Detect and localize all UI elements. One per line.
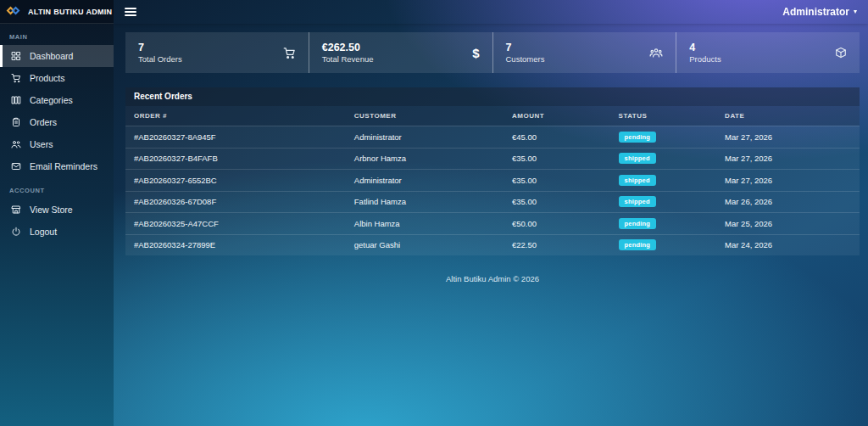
stat-value: 7 (138, 42, 182, 55)
order-customer: Arbnor Hamza (346, 154, 504, 163)
table-row: #AB20260327-6552BC Administrator €35.00 … (125, 169, 860, 191)
user-menu-label: Administrator (782, 6, 849, 18)
caret-down-icon: ▾ (854, 8, 857, 15)
order-amount: €35.00 (504, 176, 610, 185)
store-icon (11, 205, 21, 215)
stat-value: €262.50 (322, 42, 374, 55)
stat-label: Total Orders (138, 54, 182, 64)
sidebar-item-users[interactable]: Users (0, 133, 114, 155)
stat-value: 7 (506, 42, 545, 55)
order-amount: €50.00 (504, 219, 610, 228)
order-customer: getuar Gashi (346, 240, 504, 249)
order-amount: €35.00 (504, 197, 610, 206)
order-date: Mar 27, 2026 (716, 154, 860, 163)
sidebar-item-orders[interactable]: Orders (0, 111, 114, 133)
table-row: #AB20260324-27899E getuar Gashi €22.50 p… (125, 234, 860, 256)
categories-icon (11, 95, 21, 105)
order-amount: €35.00 (504, 154, 610, 163)
clipboard-icon (11, 117, 21, 127)
stat-value: 4 (689, 42, 721, 55)
sidebar-item-dashboard[interactable]: Dashboard (0, 45, 114, 67)
sidebar-item-logout[interactable]: Logout (0, 221, 114, 243)
dashboard-icon (11, 51, 21, 61)
power-icon (11, 227, 21, 237)
order-id: #AB20260324-27899E (125, 240, 346, 249)
recent-orders-panel: Recent Orders ORDER # CUSTOMER AMOUNT ST… (125, 87, 860, 255)
sidebar-item-label: Orders (30, 117, 57, 127)
sidebar-item-label: Email Reminders (30, 161, 97, 171)
sidebar-item-products[interactable]: Products (0, 67, 114, 89)
stats-row: 7 Total Orders €262.50 Total Revenue $ 7… (125, 32, 860, 73)
column-header-status: STATUS (610, 112, 717, 120)
table-row: #AB20260325-A47CCF Albin Hamza €50.00 pe… (125, 212, 860, 234)
status-badge: shipped (619, 175, 656, 186)
status-badge: shipped (619, 196, 656, 207)
sidebar-section-account: ACCOUNT (0, 177, 114, 199)
menu-toggle-button[interactable] (125, 8, 136, 16)
footer-copyright: Altin Butiku Admin © 2026 (125, 274, 860, 283)
order-id: #AB20260326-67D08F (125, 197, 346, 206)
user-menu[interactable]: Administrator ▾ (782, 6, 857, 18)
main-content: 7 Total Orders €262.50 Total Revenue $ 7… (114, 24, 868, 283)
sidebar-item-label: Dashboard (30, 51, 73, 61)
topbar: Administrator ▾ (114, 0, 868, 24)
brand[interactable]: ALTIN BUTIKU ADMIN (0, 0, 114, 24)
stat-card-customers: 7 Customers (492, 32, 676, 73)
table-row: #AB20260327-8A945F Administrator €45.00 … (125, 126, 860, 148)
sidebar-item-view-store[interactable]: View Store (0, 199, 114, 221)
column-header-order: ORDER # (125, 112, 346, 120)
users-icon (11, 139, 21, 149)
stat-card-products: 4 Products (676, 32, 860, 73)
order-amount: €45.00 (504, 132, 610, 142)
order-customer: Albin Hamza (346, 219, 504, 228)
order-date: Mar 25, 2026 (716, 219, 860, 228)
package-icon (835, 47, 847, 59)
sidebar-section-main: MAIN (0, 24, 114, 45)
status-badge: pending (619, 132, 657, 143)
brand-logo-icon (8, 6, 22, 17)
mail-icon (11, 161, 21, 171)
order-id: #AB20260327-B4FAFB (125, 154, 346, 163)
dollar-icon: $ (472, 46, 479, 60)
stat-label: Products (689, 54, 721, 64)
status-badge: pending (619, 218, 657, 229)
sidebar-item-label: Logout (30, 227, 57, 237)
stat-label: Total Revenue (322, 54, 374, 64)
sidebar-item-label: View Store (30, 205, 73, 215)
table-header-row: ORDER # CUSTOMER AMOUNT STATUS DATE (125, 106, 860, 126)
sidebar-item-categories[interactable]: Categories (0, 89, 114, 111)
table-row: #AB20260326-67D08F Fatlind Hamza €35.00 … (125, 191, 860, 213)
cart-icon (11, 73, 21, 83)
order-amount: €22.50 (504, 240, 610, 249)
order-id: #AB20260327-6552BC (125, 176, 346, 185)
column-header-amount: AMOUNT (504, 112, 610, 120)
stat-card-total-orders: 7 Total Orders (125, 32, 309, 73)
status-badge: pending (619, 239, 657, 250)
sidebar-item-label: Users (30, 139, 53, 149)
stat-label: Customers (506, 54, 545, 64)
panel-title: Recent Orders (125, 87, 860, 106)
column-header-customer: CUSTOMER (346, 112, 504, 120)
sidebar-item-label: Categories (30, 95, 73, 105)
table-row: #AB20260327-B4FAFB Arbnor Hamza €35.00 s… (125, 148, 860, 170)
order-date: Mar 27, 2026 (716, 132, 860, 142)
brand-title: ALTIN BUTIKU ADMIN (28, 8, 112, 16)
order-date: Mar 26, 2026 (716, 197, 860, 206)
order-customer: Administrator (346, 132, 504, 142)
order-customer: Administrator (346, 176, 504, 185)
order-date: Mar 24, 2026 (716, 240, 860, 249)
people-group-icon (649, 47, 663, 59)
column-header-date: DATE (716, 112, 860, 120)
sidebar: ALTIN BUTIKU ADMIN MAIN Dashboard Produc… (0, 0, 114, 426)
order-date: Mar 27, 2026 (716, 176, 860, 185)
sidebar-item-email-reminders[interactable]: Email Reminders (0, 155, 114, 177)
cart-icon (283, 47, 296, 59)
order-id: #AB20260327-8A945F (125, 132, 346, 142)
stat-card-total-revenue: €262.50 Total Revenue $ (309, 32, 492, 73)
status-badge: shipped (619, 153, 656, 164)
order-customer: Fatlind Hamza (346, 197, 504, 206)
order-id: #AB20260325-A47CCF (125, 219, 346, 228)
sidebar-item-label: Products (30, 73, 64, 83)
